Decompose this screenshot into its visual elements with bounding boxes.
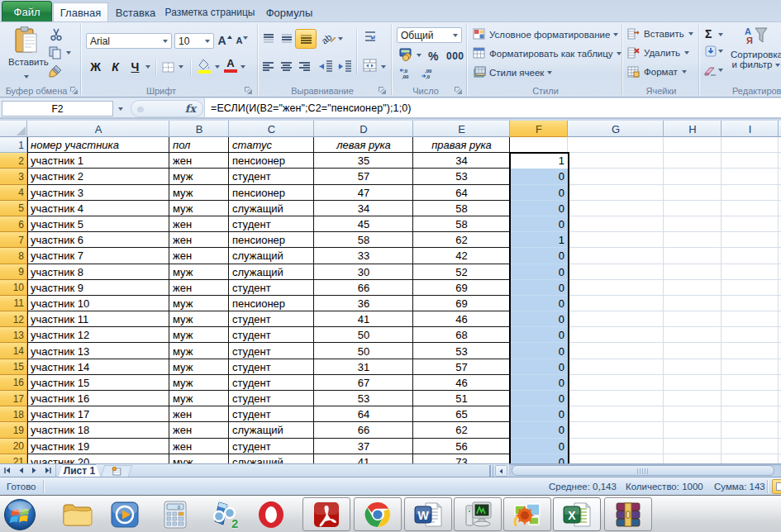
cell-B17[interactable]: муж	[169, 391, 229, 406]
cell-D20[interactable]: 37	[314, 439, 413, 454]
row-header-18[interactable]: 18	[0, 406, 27, 422]
cell-E16[interactable]: 46	[413, 375, 510, 391]
fill-color-dropdown-icon[interactable]	[215, 65, 220, 69]
cell-F11[interactable]: 0	[510, 296, 568, 311]
increase-decimal-button[interactable]: ,0 ,00	[399, 68, 414, 83]
cell-H16[interactable]	[664, 375, 721, 391]
cell-E4[interactable]: 64	[413, 185, 510, 201]
accounting-dropdown-icon[interactable]	[417, 54, 421, 57]
cell-G13[interactable]	[568, 327, 664, 343]
cell-A16[interactable]: участник 15	[27, 375, 169, 391]
cell-A14[interactable]: участник 13	[27, 343, 169, 359]
cell-A7[interactable]: участник 6	[27, 232, 169, 248]
cell-A13[interactable]: участник 12	[27, 327, 169, 343]
cell-G21[interactable]	[568, 454, 664, 463]
decrease-font-button[interactable]: А	[235, 32, 250, 48]
cell-I12[interactable]	[721, 311, 779, 327]
borders-dropdown-icon[interactable]	[179, 65, 183, 69]
tab-insert[interactable]: Вставка	[110, 2, 161, 22]
prev-sheet-button[interactable]	[17, 467, 25, 474]
cell-C5[interactable]: служащий	[229, 201, 314, 216]
cell-H6[interactable]	[664, 216, 721, 232]
cell-H11[interactable]	[664, 296, 721, 311]
align-middle-button[interactable]	[279, 31, 294, 46]
taskbar-opera[interactable]	[253, 497, 289, 531]
cell-C21[interactable]: служащий	[229, 454, 314, 463]
cell-A21[interactable]: участник 20	[27, 454, 169, 463]
font-name-combo[interactable]: Arial	[86, 33, 172, 49]
cell-I8[interactable]	[721, 248, 779, 264]
cell-C14[interactable]: студент	[229, 343, 314, 359]
cell-E18[interactable]: 65	[413, 406, 510, 422]
cell-B15[interactable]: муж	[169, 359, 229, 375]
cell-E17[interactable]: 51	[413, 391, 510, 406]
cell-F12[interactable]: 0	[510, 311, 568, 327]
cell-H13[interactable]	[664, 327, 721, 343]
cell-D21[interactable]: 41	[314, 454, 413, 463]
cell-E11[interactable]: 69	[413, 296, 510, 311]
cell-B1[interactable]: пол	[169, 137, 229, 153]
hscroll-thumb[interactable]	[512, 465, 774, 476]
hscroll-track[interactable]	[509, 464, 781, 477]
start-button[interactable]	[2, 497, 38, 531]
align-left-button[interactable]	[260, 59, 276, 74]
cell-F16[interactable]: 0	[510, 375, 568, 391]
row-header-10[interactable]: 10	[0, 280, 27, 296]
row-header-11[interactable]: 11	[0, 296, 27, 311]
fill-color-button[interactable]	[197, 59, 212, 77]
last-sheet-button[interactable]	[45, 467, 52, 474]
column-header-B[interactable]: B	[169, 121, 229, 137]
cell-F9[interactable]: 0	[510, 264, 568, 280]
cell-B21[interactable]: муж	[169, 454, 229, 463]
autosum-dropdown-icon[interactable]	[718, 33, 723, 36]
cell-F15[interactable]: 0	[510, 359, 568, 375]
cell-E14[interactable]: 53	[413, 343, 510, 359]
cell-I11[interactable]	[721, 296, 779, 311]
row-header-15[interactable]: 15	[0, 359, 27, 375]
cell-G15[interactable]	[568, 359, 664, 375]
number-format-combo[interactable]: Общий	[397, 27, 462, 43]
cell-A20[interactable]: участник 19	[27, 439, 169, 454]
cell-I7[interactable]	[721, 232, 779, 248]
cell-C11[interactable]: пенсионер	[229, 296, 314, 311]
cell-C3[interactable]: студент	[229, 169, 314, 184]
cell-D7[interactable]: 58	[314, 232, 413, 248]
cell-B11[interactable]: муж	[169, 296, 229, 311]
cell-F14[interactable]: 0	[510, 343, 568, 359]
column-header-A[interactable]: A	[27, 121, 169, 137]
cell-I4[interactable]	[721, 185, 779, 201]
fill-dropdown-icon[interactable]	[718, 50, 723, 53]
orientation-button[interactable]: ab	[321, 31, 337, 46]
font-dialog-launcher[interactable]	[245, 87, 253, 95]
cell-G17[interactable]	[568, 391, 664, 406]
cell-C4[interactable]: пенсионер	[229, 185, 314, 201]
cell-F6[interactable]: 0	[510, 216, 568, 232]
autosum-button[interactable]: Σ	[705, 27, 712, 40]
underline-dropdown-icon[interactable]	[145, 65, 150, 69]
cell-H15[interactable]	[664, 359, 721, 375]
cell-H17[interactable]	[664, 391, 721, 406]
cell-I13[interactable]	[721, 327, 779, 343]
row-header-2[interactable]: 2	[0, 153, 27, 169]
cell-D14[interactable]: 50	[314, 343, 413, 359]
cell-D13[interactable]: 50	[314, 327, 413, 343]
format-painter-button[interactable]	[49, 64, 62, 81]
cell-C16[interactable]: студент	[229, 375, 314, 391]
cell-C12[interactable]: студент	[229, 311, 314, 327]
name-box-dropdown[interactable]	[113, 101, 127, 116]
align-center-button[interactable]	[279, 59, 294, 74]
row-header-16[interactable]: 16	[0, 375, 27, 391]
cell-G2[interactable]	[568, 153, 664, 169]
tab-home[interactable]: Главная	[53, 2, 108, 22]
cell-I1[interactable]	[721, 137, 779, 153]
cell-G19[interactable]	[568, 422, 664, 438]
cell-I9[interactable]	[721, 264, 779, 280]
cell-I21[interactable]	[721, 454, 779, 463]
cell-E10[interactable]: 69	[413, 280, 510, 296]
cell-C6[interactable]: студент	[229, 216, 314, 232]
cell-A11[interactable]: участник 10	[27, 296, 169, 311]
cell-H14[interactable]	[664, 343, 721, 359]
cell-D2[interactable]: 35	[314, 153, 413, 169]
taskbar-console[interactable]	[454, 497, 502, 531]
cell-C17[interactable]: студент	[229, 391, 314, 406]
